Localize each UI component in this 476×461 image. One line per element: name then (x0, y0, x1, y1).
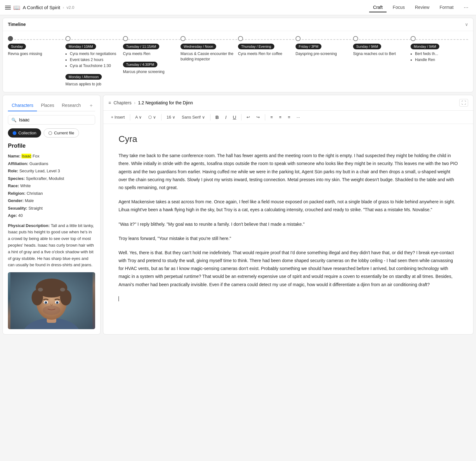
age-value: 40 (18, 213, 23, 218)
svg-point-6 (60, 290, 71, 305)
toolbar-divider-2 (161, 114, 162, 120)
toggle-collection-label: Collection (18, 131, 36, 135)
role-label: Role: (8, 169, 18, 173)
timeline-badge-mon9am[interactable]: Monday / 9AM (411, 44, 439, 49)
app-title: A Conflict of Spirit (23, 5, 60, 10)
more-toolbar-button[interactable]: ··· (294, 114, 302, 121)
timeline-event-mon9am: Bert fwds th... Handle Ren (411, 51, 438, 63)
align-center-button[interactable]: ≡ (277, 114, 284, 121)
expand-button[interactable]: ⛶ (459, 99, 468, 107)
timeline-badge-monaft[interactable]: Monday / Afternoon (65, 74, 102, 80)
timeline-dot-fri3pm (296, 36, 301, 41)
timeline-subnode-monaft: Monday / Afternoon Marcus applies to job (65, 74, 102, 87)
profile-field-sexuality: Sexuality: Straight (8, 205, 95, 212)
timeline-badge-mon10[interactable]: Monday / 10AM (65, 44, 96, 49)
format-text-button[interactable]: A ∨ (133, 114, 145, 121)
species-value: Spellcrafter, Modulist (26, 176, 64, 181)
paint-button[interactable]: ⬡ ∨ (146, 114, 159, 121)
gender-value: Male (25, 198, 34, 203)
breadcrumb-chapter[interactable]: 1.2 Negotiating for the Djinn (138, 100, 193, 105)
toggle-collection[interactable]: Collection (8, 128, 41, 138)
timeline-badge-tue1115[interactable]: Tuesday / 11:15AM (123, 44, 159, 49)
timeline-dot-mon9am (411, 36, 416, 41)
timeline-event-fri3pm: Dayspring pre-screening (296, 51, 337, 57)
timeline-event-thueve: Cyra meets Ren for coffee (238, 51, 282, 57)
profile-field-gender: Gender: Male (8, 198, 95, 204)
tabs: Characters Places Research + (8, 100, 95, 111)
font-size-button[interactable]: 16 ∨ (164, 114, 178, 121)
paragraph-5: Well. Yes, there is that. But they can't… (119, 249, 458, 289)
timeline-track: Sunday Revna goes missing Monday / 10AM … (8, 36, 468, 87)
nav-format[interactable]: Format (436, 3, 457, 12)
timeline-node-thueve: Thursday / Evening Cyra meets Ren for co… (238, 36, 296, 87)
timeline-badge-thueve[interactable]: Thursday / Evening (238, 44, 274, 49)
age-label: Age: (8, 213, 17, 218)
timeline-subnode-tue430: Tuesday / 4:30PM Marcus phone screening (123, 62, 164, 75)
underline-button[interactable]: U (230, 113, 239, 121)
timeline-event-sun9am: Signa reaches out to Bert (353, 51, 396, 57)
text-cursor (119, 296, 119, 301)
nav-craft[interactable]: Craft (369, 3, 386, 12)
tab-add-button[interactable]: + (87, 100, 95, 111)
undo-button[interactable]: ↩ (244, 114, 253, 121)
font-family-button[interactable]: Sans Serif ∨ (179, 114, 208, 121)
tab-research[interactable]: Research (58, 100, 85, 111)
timeline-badge-sunday[interactable]: Sunday (8, 44, 26, 49)
editor-content[interactable]: Cyra They take me back to the same confe… (103, 124, 473, 319)
role-value: Security Lead, Level 3 (19, 169, 60, 173)
topbar-left: 📖 A Conflict of Spirit › v2.0 (5, 4, 365, 11)
insert-button[interactable]: + Insert (108, 114, 127, 121)
nav-focus[interactable]: Focus (389, 3, 409, 12)
cursor-paragraph (119, 295, 458, 303)
timeline-event-mon10: Cyra meets for negotiations Event takes … (65, 51, 116, 69)
chevron-icon: › (63, 5, 64, 10)
timeline-node-sunday: Sunday Revna goes missing (8, 36, 65, 87)
photo-placeholder (8, 272, 95, 329)
timeline-dot-wednoon (180, 36, 186, 41)
svg-point-12 (57, 302, 58, 303)
timeline-header: Timeline ∨ (3, 18, 473, 31)
paragraph-2: Agent Mackensive takes a seat across fro… (119, 198, 458, 214)
menu-icon[interactable] (5, 6, 11, 9)
profile-photo (8, 272, 95, 329)
physical-desc: Physical Description: Tall and a little … (8, 223, 95, 269)
tab-characters[interactable]: Characters (8, 100, 37, 111)
name-value: Fox (33, 154, 40, 158)
toggle-current-file[interactable]: Current file (44, 128, 79, 138)
timeline-event-tue1115: Cyra meets Ren (123, 51, 150, 57)
toggle-radio-currentfile (48, 131, 52, 135)
bold-button[interactable]: B (213, 113, 222, 121)
timeline-badge-tue430[interactable]: Tuesday / 4:30PM (123, 62, 157, 67)
profile-field-species: Species: Spellcrafter, Modulist (8, 175, 95, 182)
isaac-highlight-2: Isaac (38, 243, 47, 248)
tab-places[interactable]: Places (37, 100, 58, 111)
timeline-badge-fri3pm[interactable]: Friday / 3PM (296, 44, 321, 49)
topbar-nav: Craft Focus Review Format (369, 3, 457, 12)
race-value: White (20, 183, 31, 188)
breadcrumb-separator: › (134, 100, 136, 105)
nav-review[interactable]: Review (411, 3, 433, 12)
paragraph-3: "Was it?" I reply blithely. "My goal was… (119, 220, 458, 228)
align-right-button[interactable]: ≡ (285, 114, 293, 121)
align-left-button[interactable]: ≡ (268, 114, 275, 121)
redo-button[interactable]: ↪ (254, 114, 262, 121)
profile-title: Profile (8, 143, 95, 149)
profile-field-religion: Religion: Christian (8, 190, 95, 197)
timeline-collapse-button[interactable]: ∨ (465, 22, 468, 27)
more-menu-button[interactable]: ··· (461, 3, 471, 12)
gender-label: Gender: (8, 198, 24, 203)
profile-field-affiliation: Affiliation: Guardians (8, 161, 95, 167)
timeline-scroll[interactable]: Sunday Revna goes missing Monday / 10AM … (3, 31, 473, 92)
italic-button[interactable]: I (223, 113, 229, 121)
search-box: 🔍 (8, 115, 95, 125)
search-input[interactable] (19, 117, 92, 122)
timeline-event-monaft: Marcus applies to job (65, 82, 102, 87)
timeline-dot-sun9am (353, 36, 358, 41)
timeline-node-mon9am: Monday / 9AM Bert fwds th... Handle Ren (411, 36, 468, 87)
chapters-icon: ≡ (108, 100, 111, 105)
breadcrumb-chapters[interactable]: Chapters (113, 100, 131, 105)
timeline-badge-sun9am[interactable]: Sunday / 9AM (353, 44, 381, 49)
timeline-badge-wednoon[interactable]: Wednesday / Noon (180, 44, 216, 49)
breadcrumb: ≡ Chapters › 1.2 Negotiating for the Dji… (108, 100, 193, 105)
timeline-event-wednoon: Marcus & Cassie encounter the building i… (180, 51, 238, 62)
